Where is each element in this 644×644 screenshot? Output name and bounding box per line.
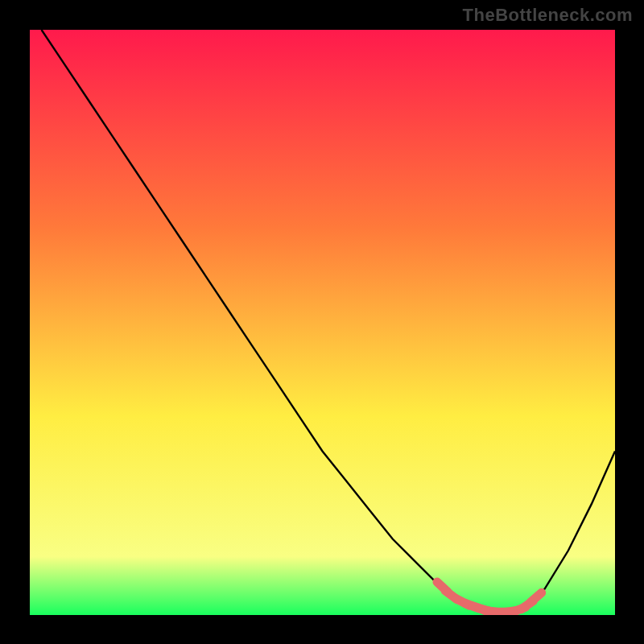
chart-frame: TheBottleneck.com (0, 0, 644, 644)
gradient-background (30, 30, 615, 615)
plot-area (30, 30, 615, 615)
attribution-text: TheBottleneck.com (463, 5, 633, 26)
chart-svg (30, 30, 615, 615)
